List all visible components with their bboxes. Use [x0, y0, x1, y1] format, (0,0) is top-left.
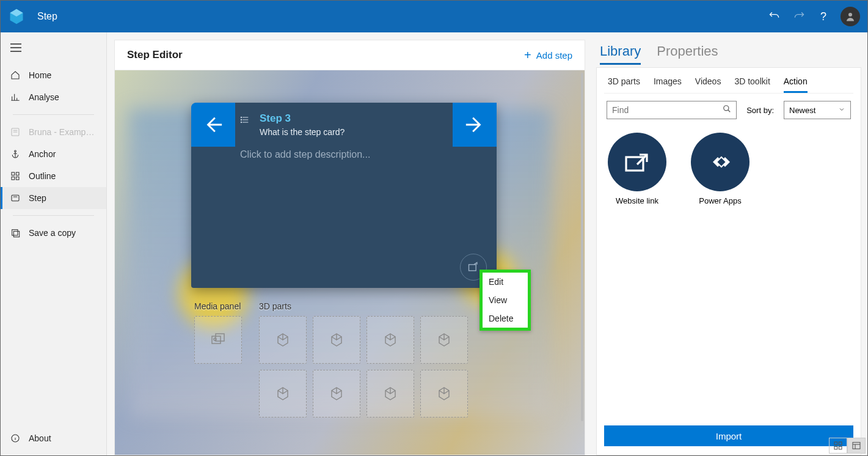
nav-home-label: Home	[29, 70, 51, 80]
subtab-action[interactable]: Action	[784, 76, 808, 93]
svg-rect-15	[16, 177, 19, 180]
svg-point-26	[241, 117, 241, 117]
part-slot[interactable]	[367, 370, 414, 417]
part-slot[interactable]	[259, 370, 307, 417]
svg-rect-14	[12, 177, 15, 180]
parts-panel-label: 3D parts	[259, 301, 468, 311]
svg-rect-44	[853, 443, 860, 449]
svg-rect-43	[839, 446, 842, 449]
svg-line-36	[637, 155, 647, 164]
part-slot[interactable]	[313, 370, 360, 417]
nav-save-copy[interactable]: Save a copy	[1, 222, 106, 244]
step-title: Step 3	[260, 112, 345, 125]
svg-rect-13	[16, 172, 19, 175]
nav-save-copy-label: Save a copy	[29, 228, 76, 238]
lib-item-power-apps[interactable]: Power Apps	[691, 133, 749, 419]
scrollbar[interactable]	[581, 73, 583, 421]
right-panel: Library Properties 3D parts Images Video…	[596, 40, 861, 455]
nav-step-label: Step	[29, 193, 46, 203]
media-slot[interactable]	[194, 316, 242, 364]
nav-home[interactable]: Home	[1, 64, 106, 86]
subtab-3d-parts[interactable]: 3D parts	[608, 76, 640, 93]
context-menu-view[interactable]: View	[483, 291, 528, 309]
svg-point-9	[15, 150, 16, 152]
svg-rect-31	[216, 334, 224, 341]
tab-library[interactable]: Library	[600, 43, 641, 65]
sort-label: Sort by:	[746, 106, 774, 115]
nav-anchor-label: Anchor	[29, 149, 56, 159]
redo-icon[interactable]	[787, 4, 811, 29]
sort-select[interactable]: Newest	[784, 101, 851, 119]
step-icon	[10, 193, 20, 203]
next-step-button[interactable]	[453, 103, 497, 147]
svg-point-33	[724, 106, 729, 111]
nav-analyse[interactable]: Analyse	[1, 86, 106, 108]
undo-icon[interactable]	[762, 4, 787, 29]
subtab-3d-toolkit[interactable]: 3D toolkit	[734, 76, 770, 93]
list-icon	[240, 115, 250, 127]
editor-canvas: Step 3 What is the step card? Click to a…	[115, 70, 585, 455]
nav-guide[interactable]: Bruna - Example Gui...	[1, 121, 106, 143]
website-link-icon	[608, 133, 666, 191]
part-slot[interactable]	[259, 316, 307, 364]
user-avatar[interactable]	[841, 7, 860, 26]
grid-icon	[10, 171, 20, 181]
svg-rect-19	[13, 231, 19, 237]
svg-point-28	[241, 122, 241, 122]
nav-anchor[interactable]: Anchor	[1, 143, 106, 165]
find-input[interactable]	[612, 105, 723, 115]
part-slot[interactable]	[420, 316, 468, 364]
tab-properties[interactable]: Properties	[657, 43, 718, 65]
nav-outline-label: Outline	[29, 171, 56, 181]
context-menu: Edit View Delete	[480, 270, 531, 331]
svg-point-32	[214, 338, 216, 340]
step-subtitle: What is the step card?	[260, 127, 345, 137]
nav-analyse-label: Analyse	[29, 92, 59, 102]
app-logo	[8, 8, 25, 25]
svg-line-34	[728, 110, 731, 112]
save-icon	[10, 228, 20, 238]
part-slot[interactable]	[420, 370, 468, 417]
guide-icon	[10, 127, 20, 137]
nav-guide-label: Bruna - Example Gui...	[29, 127, 96, 137]
nav-step[interactable]: Step	[1, 187, 106, 209]
lib-item-website-link[interactable]: Website link	[608, 133, 666, 419]
import-button[interactable]: Import	[604, 425, 853, 446]
app-title: Step	[37, 11, 57, 22]
app-topbar: Step ?	[1, 1, 867, 32]
subtab-videos[interactable]: Videos	[695, 76, 721, 93]
help-icon[interactable]: ?	[811, 4, 836, 29]
add-step-button[interactable]: + Add step	[524, 49, 572, 61]
nav-outline[interactable]: Outline	[1, 165, 106, 187]
plus-icon: +	[524, 49, 531, 61]
chart-icon	[10, 92, 20, 102]
svg-point-2	[848, 13, 852, 17]
part-slot[interactable]	[367, 316, 414, 364]
anchor-icon	[10, 149, 20, 159]
lib-item-label: Website link	[616, 196, 658, 205]
hamburger-icon[interactable]	[1, 36, 106, 62]
step-description-input[interactable]: Click to add step description...	[240, 149, 370, 160]
left-sidebar: Home Analyse Bruna - Example Gui... Anch…	[1, 32, 107, 455]
search-icon[interactable]	[723, 105, 731, 116]
lib-item-label: Power Apps	[699, 196, 741, 205]
context-menu-delete[interactable]: Delete	[483, 309, 528, 328]
svg-point-27	[241, 119, 241, 120]
svg-rect-35	[626, 157, 643, 171]
find-input-wrapper	[607, 101, 737, 119]
view-grid-button[interactable]	[829, 438, 847, 454]
subtab-images[interactable]: Images	[654, 76, 682, 93]
context-menu-edit[interactable]: Edit	[483, 273, 528, 291]
part-slot[interactable]	[313, 316, 360, 364]
svg-rect-29	[469, 265, 476, 271]
view-detail-button[interactable]	[847, 438, 866, 454]
nav-about[interactable]: About	[1, 427, 106, 449]
svg-rect-12	[12, 172, 15, 175]
chevron-down-icon	[838, 106, 845, 115]
import-label: Import	[716, 431, 742, 441]
media-panel-label: Media panel	[194, 301, 242, 311]
svg-rect-16	[12, 195, 19, 200]
prev-step-button[interactable]	[191, 103, 235, 147]
sort-value: Newest	[789, 106, 815, 115]
nav-about-label: About	[29, 433, 51, 443]
